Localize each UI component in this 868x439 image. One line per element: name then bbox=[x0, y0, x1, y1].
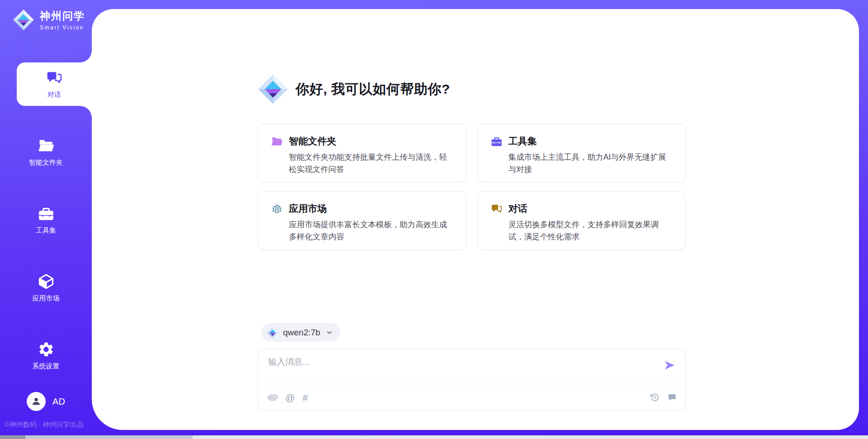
paperclip-icon bbox=[266, 391, 280, 404]
sidebar-item-label: 智能文件夹 bbox=[29, 158, 63, 167]
avatar bbox=[27, 392, 46, 411]
message-composer: @ # bbox=[258, 348, 686, 411]
sidebar-item-label: 系统设置 bbox=[33, 362, 60, 371]
card-description: 应用市场提供丰富长文本模板，助力高效生成多样化文章内容 bbox=[289, 219, 454, 243]
card-header: 智能文件夹 bbox=[271, 135, 454, 148]
card-title: 对话 bbox=[509, 202, 528, 215]
brand-subtitle: Smart Vision bbox=[40, 24, 85, 31]
composer-toolbar: @ # bbox=[268, 391, 676, 404]
sidebar-item-app-market[interactable]: 应用市场 bbox=[0, 266, 92, 310]
person-icon bbox=[30, 396, 42, 407]
main-content: 你好, 我可以如何帮助你? 智能文件夹 智能文件夹功能支持批量文件上传与清洗，轻… bbox=[258, 9, 686, 430]
hash-icon: # bbox=[302, 393, 308, 402]
brand-text: 神州问学 Smart Vision bbox=[40, 9, 85, 31]
sidebar-item-smart-folder[interactable]: 智能文件夹 bbox=[0, 130, 92, 174]
toolbox-icon bbox=[491, 135, 503, 148]
card-toolset[interactable]: 工具集 集成市场上主流工具，助力AI与外界无缝扩展与对接 bbox=[477, 124, 686, 182]
card-header: 工具集 bbox=[491, 135, 674, 148]
chat-bubbles-icon bbox=[491, 203, 503, 215]
chat-bubbles-icon bbox=[46, 69, 63, 86]
model-name: qwen2:7b bbox=[283, 328, 320, 338]
card-description: 灵活切换多模型文件，支持多样回复效果调试，满足个性化需求 bbox=[509, 219, 674, 243]
card-header: 对话 bbox=[491, 202, 674, 215]
greeting: 你好, 我可以如何帮助你? bbox=[258, 74, 450, 105]
sidebar-item-label: 应用市场 bbox=[33, 294, 60, 303]
card-title: 应用市场 bbox=[289, 202, 327, 215]
card-description: 集成市场上主流工具，助力AI与外界无缝扩展与对接 bbox=[509, 151, 674, 175]
user-menu[interactable]: AD bbox=[0, 392, 92, 411]
sidebar-item-label: 对话 bbox=[47, 91, 61, 99]
user-name: AD bbox=[52, 396, 65, 407]
chat-bubble-filled-icon bbox=[667, 393, 676, 402]
app-background: 神州问学 Smart Vision 对话 bbox=[0, 0, 868, 435]
attach-file-button[interactable] bbox=[268, 393, 278, 402]
topic-button[interactable]: # bbox=[302, 393, 308, 402]
card-header: 应用市场 bbox=[271, 202, 454, 215]
sidebar-item-settings[interactable]: 系统设置 bbox=[0, 334, 92, 377]
send-icon bbox=[663, 359, 676, 372]
feature-cards: 智能文件夹 智能文件夹功能支持批量文件上传与清洗，轻松实现文件问答 工具集 集成… bbox=[258, 124, 686, 250]
toolbox-icon bbox=[38, 205, 55, 222]
model-selector[interactable]: qwen2:7b bbox=[261, 323, 340, 342]
new-chat-button[interactable] bbox=[667, 393, 676, 402]
card-description: 智能文件夹功能支持批量文件上传与清洗，轻松实现文件问答 bbox=[289, 151, 454, 175]
history-button[interactable] bbox=[650, 393, 660, 402]
chevron-down-icon bbox=[326, 329, 333, 336]
folder-open-icon bbox=[271, 135, 283, 148]
horizontal-scrollbar[interactable] bbox=[0, 435, 868, 439]
main-panel: 你好, 我可以如何帮助你? 智能文件夹 智能文件夹功能支持批量文件上传与清洗，轻… bbox=[92, 9, 859, 430]
greeting-text: 你好, 我可以如何帮助你? bbox=[296, 80, 450, 99]
gear-icon bbox=[38, 341, 55, 358]
card-title: 工具集 bbox=[509, 135, 537, 148]
brand: 神州问学 Smart Vision bbox=[13, 9, 85, 31]
folder-open-icon bbox=[38, 137, 55, 154]
scrollbar-thumb[interactable] bbox=[25, 435, 193, 439]
history-icon bbox=[650, 393, 660, 402]
sidebar: 神州问学 Smart Vision 对话 bbox=[0, 0, 92, 435]
card-app-market[interactable]: 应用市场 应用市场提供丰富长文本模板，助力高效生成多样化文章内容 bbox=[258, 191, 467, 250]
card-title: 智能文件夹 bbox=[289, 135, 336, 148]
apps-cube-icon bbox=[271, 203, 283, 215]
brand-name: 神州问学 bbox=[40, 9, 85, 23]
diamond-logo-icon bbox=[13, 9, 34, 31]
copyright-text: ©神州数码 · 神州问学出品 bbox=[5, 420, 83, 429]
sidebar-item-chat[interactable]: 对话 bbox=[17, 62, 92, 106]
at-icon: @ bbox=[285, 393, 295, 402]
scrollbar-corner bbox=[0, 435, 25, 439]
card-chat[interactable]: 对话 灵活切换多模型文件，支持多样回复效果调试，满足个性化需求 bbox=[477, 191, 686, 250]
diamond-logo-icon bbox=[258, 74, 288, 105]
card-smart-folder[interactable]: 智能文件夹 智能文件夹功能支持批量文件上传与清洗，轻松实现文件问答 bbox=[258, 124, 467, 182]
cube-icon bbox=[38, 273, 55, 290]
composer-divider bbox=[265, 384, 678, 384]
send-button[interactable] bbox=[663, 359, 676, 372]
sidebar-item-label: 工具集 bbox=[36, 226, 56, 235]
mention-button[interactable]: @ bbox=[285, 393, 295, 402]
composer-toolbar-right bbox=[650, 393, 676, 402]
message-input[interactable] bbox=[268, 356, 648, 380]
sidebar-nav: 对话 智能文件夹 工具集 bbox=[0, 62, 92, 377]
sidebar-item-toolset[interactable]: 工具集 bbox=[0, 198, 92, 242]
diamond-logo-icon bbox=[267, 327, 278, 339]
